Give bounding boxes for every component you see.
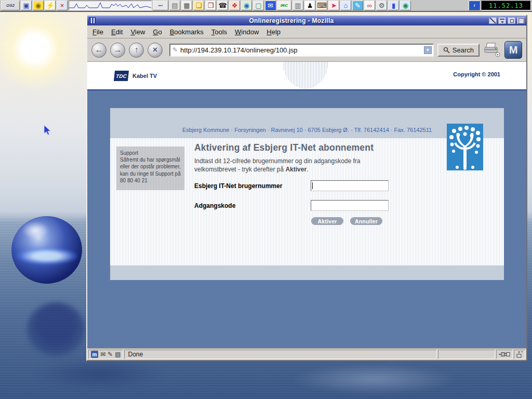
support-title: Support bbox=[120, 150, 181, 156]
activate-button[interactable]: Aktiver bbox=[311, 217, 343, 225]
menu-tools[interactable]: Tools bbox=[211, 28, 227, 36]
menu-go[interactable]: Go bbox=[153, 28, 162, 36]
window-list-icon[interactable]: ▪▪▪ bbox=[153, 1, 168, 10]
menu-window[interactable]: Window bbox=[235, 28, 259, 36]
search-button[interactable]: Search bbox=[437, 44, 480, 57]
intro-bold: Aktiver bbox=[285, 166, 307, 173]
taskbar-icons: OS2▣◉⚡×▪▪▪▤▦❏❒☎❖◉▢✉IRC▥♟⌨➤⌂✎∞⚙▮◉i bbox=[1, 1, 480, 10]
os2-warp-launcher[interactable]: OS2 bbox=[1, 1, 20, 10]
led-counter-icon[interactable]: ▦ bbox=[181, 1, 192, 10]
workstation-icon[interactable]: ⌨ bbox=[316, 1, 327, 10]
flashlight-icon[interactable]: ⚡ bbox=[45, 1, 56, 10]
books-icon[interactable]: ❒ bbox=[205, 1, 216, 10]
card-bottom-band bbox=[110, 265, 504, 280]
blue-book-icon[interactable]: ▮ bbox=[388, 1, 399, 10]
globe-mail-icon[interactable]: ✉ bbox=[265, 1, 276, 10]
title-bar[interactable]: Onlineregistrering - Mozilla bbox=[87, 16, 526, 25]
mouse-cursor bbox=[44, 125, 51, 136]
drives-icon[interactable]: ▤ bbox=[169, 1, 180, 10]
irc-icon[interactable]: IRC bbox=[277, 1, 291, 10]
network-home-icon[interactable]: ⌂ bbox=[340, 1, 351, 10]
lock-icon[interactable]: ◉ bbox=[33, 1, 44, 10]
shade-button[interactable] bbox=[489, 17, 497, 24]
page-content: TDC Kabel TV Copyright © 2001 Esbjerg Ko… bbox=[87, 62, 526, 349]
print-icon[interactable] bbox=[483, 42, 501, 58]
info-note-icon[interactable]: i bbox=[469, 1, 480, 10]
mail-icon[interactable]: ✉ bbox=[100, 351, 105, 357]
tdc-logo: TDC bbox=[114, 71, 129, 81]
site-header: TDC Kabel TV Copyright © 2001 bbox=[87, 62, 526, 90]
taskbar: OS2▣◉⚡×▪▪▪▤▦❏❒☎❖◉▢✉IRC▥♟⌨➤⌂✎∞⚙▮◉i 11.52.… bbox=[0, 0, 532, 12]
taskbar-clock[interactable]: 11.52.13 bbox=[481, 1, 531, 10]
url-dropdown-icon[interactable]: ▼ bbox=[424, 46, 432, 54]
composer-icon[interactable]: ✎ bbox=[108, 351, 113, 357]
menu-file[interactable]: File bbox=[92, 28, 103, 36]
screen-icon[interactable]: ▢ bbox=[253, 1, 264, 10]
intro-text: Indtast dit 12-cifrede brugernummer og d… bbox=[194, 157, 392, 174]
stop-button[interactable]: × bbox=[148, 43, 163, 58]
spectacles-icon[interactable]: ∞ bbox=[364, 1, 375, 10]
back-button[interactable]: ← bbox=[91, 43, 107, 58]
globe-icon[interactable]: ◉ bbox=[400, 1, 411, 10]
card-top-band: Esbjerg Kommune · Forsyningen · Ravnevej… bbox=[110, 108, 504, 138]
window-title: Onlineregistrering - Mozilla bbox=[96, 17, 487, 24]
text-caret bbox=[312, 182, 313, 189]
support-text: Såfremt du har spørgsmål eller der opstå… bbox=[120, 156, 181, 184]
esbjerg-coat-of-arms bbox=[447, 124, 483, 170]
menu-view[interactable]: View bbox=[130, 28, 145, 36]
telephone-icon[interactable]: ☎ bbox=[217, 1, 228, 10]
forward-button[interactable]: → bbox=[110, 43, 125, 58]
mozilla-logo[interactable]: M bbox=[504, 41, 522, 59]
sun-glow bbox=[0, 4, 79, 92]
cancel-button[interactable]: Annuller bbox=[350, 217, 382, 225]
maximize-button[interactable] bbox=[517, 17, 525, 24]
penguin-icon[interactable]: ♟ bbox=[304, 1, 315, 10]
password-label: Adgangskode bbox=[194, 202, 235, 209]
menu-help[interactable]: Help bbox=[267, 28, 281, 36]
striped-halfmoon-graphic bbox=[283, 62, 328, 89]
reload-button[interactable]: ↑ bbox=[129, 43, 144, 58]
bookmark-pen-icon[interactable]: ✎ bbox=[172, 46, 178, 54]
compose-pen-icon[interactable]: ✎ bbox=[352, 1, 363, 10]
component-bar: m ✉ ✎ ▤ bbox=[88, 350, 123, 359]
online-plug-icon bbox=[499, 352, 510, 357]
registration-card: Esbjerg Kommune · Forsyningen · Ravnevej… bbox=[110, 108, 504, 280]
dragon-icon[interactable]: ❖ bbox=[229, 1, 240, 10]
restore-button[interactable] bbox=[508, 17, 515, 24]
search-icon bbox=[443, 47, 450, 54]
system-monitor-graph[interactable] bbox=[69, 1, 152, 10]
sphere-reflection bbox=[27, 302, 85, 356]
window-menu-icon[interactable] bbox=[89, 17, 96, 24]
username-input[interactable] bbox=[311, 180, 389, 191]
folder-icon[interactable]: ❏ bbox=[193, 1, 204, 10]
online-plug-segment[interactable] bbox=[496, 350, 513, 359]
username-label: Esbjerg IT-Net brugernummer bbox=[194, 182, 282, 190]
card-body: Support Såfremt du har spørgsmål eller d… bbox=[110, 138, 504, 265]
progress-area bbox=[438, 350, 495, 359]
password-input[interactable] bbox=[311, 200, 389, 211]
brand-name: Kabel TV bbox=[132, 73, 157, 79]
window-stack-icon[interactable]: ▣ bbox=[21, 1, 32, 10]
unlocked-padlock-icon bbox=[516, 351, 523, 358]
globe-bird-icon[interactable]: ◉ bbox=[241, 1, 252, 10]
water-reflection-light bbox=[291, 364, 457, 395]
url-input[interactable] bbox=[180, 46, 424, 54]
water-reflection-dark bbox=[31, 358, 166, 390]
monitor-alert-icon[interactable]: × bbox=[57, 1, 68, 10]
url-bar[interactable]: ✎ ▼ bbox=[169, 44, 434, 57]
status-bar: m ✉ ✎ ▤ Done bbox=[87, 349, 526, 360]
support-box: Support Såfremt du har spørgsmål eller d… bbox=[116, 147, 184, 190]
menu-bookmarks[interactable]: Bookmarks bbox=[170, 28, 204, 36]
security-segment[interactable] bbox=[514, 350, 525, 359]
parrot-icon[interactable]: ➤ bbox=[328, 1, 339, 10]
settings-panel-icon[interactable]: ⚙ bbox=[376, 1, 387, 10]
navigator-icon[interactable]: m bbox=[91, 351, 98, 358]
municipality-address: Esbjerg Kommune · Forsyningen · Ravnevej… bbox=[182, 127, 432, 133]
scanner-icon[interactable]: ▥ bbox=[292, 1, 303, 10]
minimize-button[interactable] bbox=[498, 17, 506, 24]
intro-after: . bbox=[307, 166, 308, 173]
menu-edit[interactable]: Edit bbox=[111, 28, 123, 36]
status-text: Done bbox=[124, 350, 437, 359]
addressbook-icon[interactable]: ▤ bbox=[115, 351, 121, 357]
page-title: Aktivering af Esbjerg IT-Net abonnement bbox=[194, 142, 374, 153]
